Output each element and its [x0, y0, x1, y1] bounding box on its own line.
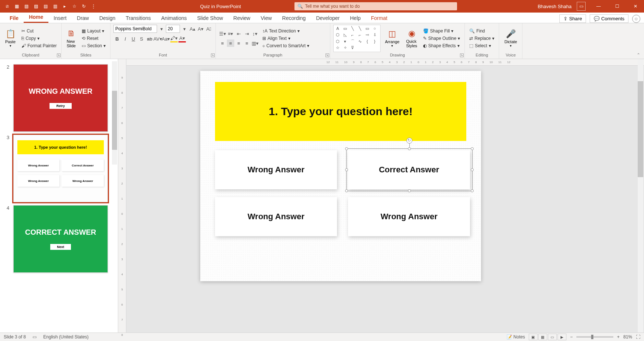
paragraph-dialog-launcher[interactable]: ⬊ — [326, 54, 329, 57]
align-left-button[interactable]: ≡ — [219, 39, 226, 47]
decrease-indent-button[interactable]: ⇤ — [235, 30, 242, 37]
format-painter-button[interactable]: 🖌Format Painter — [20, 42, 58, 49]
text-direction-button[interactable]: ↕AText Direction▾ — [261, 28, 311, 34]
clear-formatting-icon[interactable]: A⃠ — [205, 25, 212, 32]
slide-canvas[interactable]: 1. Type your question here! Wrong Answer… — [200, 71, 481, 281]
shape-effects-button[interactable]: ◐Shape Effects▾ — [422, 42, 461, 49]
new-slide-button[interactable]: 🗎 New Slide — [65, 25, 78, 52]
clipboard-dialog-launcher[interactable]: ⬊ — [57, 54, 61, 57]
slideshow-view-button[interactable]: ▶ — [558, 334, 566, 340]
shapes-gallery[interactable]: A▭╲╲▭○⬡ ◺⌐⌐⇨⇩⬡▾ ⌒∿{}☆✧⊽ — [333, 25, 381, 52]
qat-repeat-icon[interactable]: ↻ — [81, 3, 87, 10]
normal-view-button[interactable]: ▣ — [529, 334, 538, 340]
resize-handle[interactable] — [471, 189, 474, 192]
answer-shape-2[interactable]: Correct Answer — [348, 150, 470, 189]
feedback-icon[interactable]: ☺ — [632, 15, 640, 23]
font-name-input[interactable] — [113, 25, 157, 33]
slide-thumbnail-3[interactable]: 1. Type your question here! Wrong Answer… — [13, 135, 108, 202]
zoom-out-button[interactable]: − — [570, 334, 573, 340]
answer-shape-4[interactable]: Wrong Answer — [348, 197, 470, 236]
resize-handle[interactable] — [471, 147, 474, 150]
arrange-button[interactable]: ◫Arrange▾ — [383, 25, 402, 52]
tab-design[interactable]: Design — [94, 13, 121, 23]
resize-handle[interactable] — [471, 168, 474, 171]
fit-to-window-button[interactable]: ⛶ — [636, 334, 640, 340]
resize-handle[interactable] — [345, 168, 348, 171]
tab-draw[interactable]: Draw — [72, 13, 94, 23]
slide-thumbnail-2[interactable]: WRONG ANSWER Retry — [13, 64, 108, 132]
slide-counter[interactable]: Slide 3 of 8 — [4, 334, 26, 340]
qat-slideshow-icon[interactable]: ▤ — [42, 3, 49, 10]
section-button[interactable]: ▭Section▾ — [80, 42, 107, 49]
accessibility-icon[interactable]: ▭ — [33, 334, 37, 340]
bullets-button[interactable]: ☰▾ — [219, 30, 226, 37]
shadow-button[interactable]: S — [138, 35, 145, 42]
reading-view-button[interactable]: ▭ — [548, 334, 557, 340]
italic-button[interactable]: I — [122, 35, 129, 42]
shape-fill-button[interactable]: 🪣Shape Fill▾ — [422, 28, 461, 34]
tab-file[interactable]: File — [4, 13, 24, 23]
increase-font-icon[interactable]: A▴ — [189, 25, 196, 32]
notes-button[interactable]: 📝 Notes — [507, 334, 525, 340]
numbering-button[interactable]: ≡▾ — [227, 30, 234, 37]
strikethrough-button[interactable]: ab — [146, 35, 153, 42]
cut-button[interactable]: ✂Cut — [20, 28, 58, 34]
bold-button[interactable]: B — [113, 35, 121, 42]
qat-btn6-icon[interactable]: ▥ — [52, 3, 58, 10]
ribbon-display-options-icon[interactable]: ▭ — [577, 2, 586, 11]
tab-view[interactable]: View — [255, 13, 277, 23]
zoom-level[interactable]: 81% — [623, 334, 632, 340]
slide-thumbnail-4[interactable]: CORRECT ANSWER Next — [13, 205, 108, 273]
language-status[interactable]: English (United States) — [43, 334, 89, 340]
tab-animations[interactable]: Animations — [156, 13, 192, 23]
close-button[interactable]: ✕ — [627, 0, 644, 13]
copy-button[interactable]: ⎘Copy▾ — [20, 35, 58, 42]
slide-thumbnail-panel[interactable]: 2 WRONG ANSWER Retry 3 1. Type your ques… — [0, 59, 118, 333]
tab-format[interactable]: Format — [366, 13, 392, 23]
quick-styles-button[interactable]: ◉Quick Styles — [404, 25, 419, 52]
dictate-button[interactable]: 🎤Dictate▾ — [502, 25, 519, 52]
replace-button[interactable]: ⇄Replace▾ — [468, 35, 496, 42]
align-center-button[interactable]: ≡ — [227, 39, 234, 47]
columns-button[interactable]: ▥▾ — [251, 39, 259, 47]
qat-btn7-icon[interactable]: ▸ — [61, 3, 68, 10]
zoom-slider[interactable] — [576, 336, 613, 338]
select-button[interactable]: ⬚Select▾ — [468, 42, 496, 49]
tab-recording[interactable]: Recording — [277, 13, 311, 23]
resize-handle[interactable] — [408, 189, 411, 192]
tab-insert[interactable]: Insert — [48, 13, 72, 23]
highlight-button[interactable]: 🖍▾ — [170, 35, 178, 42]
question-shape[interactable]: 1. Type your question here! — [215, 82, 466, 141]
tab-home[interactable]: Home — [24, 12, 48, 23]
font-color-button[interactable]: A▾ — [178, 35, 186, 42]
char-spacing-button[interactable]: AV▾ — [154, 35, 161, 42]
collapse-ribbon-icon[interactable]: ⌃ — [637, 52, 642, 58]
increase-indent-button[interactable]: ⇥ — [243, 30, 251, 37]
user-name[interactable]: Bhavesh Shaha — [538, 4, 572, 9]
align-text-button[interactable]: ⊞Align Text▾ — [261, 35, 311, 42]
tab-review[interactable]: Review — [228, 13, 256, 23]
underline-button[interactable]: U — [130, 35, 137, 42]
qat-save-icon[interactable]: ▦ — [13, 3, 20, 10]
qat-undo-icon[interactable]: ▧ — [23, 3, 30, 10]
font-size-dropdown[interactable]: ▾ — [181, 25, 188, 32]
answer-shape-3[interactable]: Wrong Answer — [215, 197, 337, 236]
edit-scrollbar-handle[interactable] — [638, 81, 643, 177]
qat-touch-icon[interactable]: ☆ — [71, 3, 78, 10]
shape-outline-button[interactable]: ✎Shape Outline▾ — [422, 35, 461, 42]
qat-customize-icon[interactable]: ⋮ — [90, 3, 97, 10]
reset-button[interactable]: ⟲Reset — [80, 35, 107, 42]
find-button[interactable]: 🔍Find — [468, 28, 496, 34]
share-button[interactable]: ⇪Share — [559, 14, 586, 23]
smartart-button[interactable]: ⟐Convert to SmartArt▾ — [261, 42, 311, 49]
answer-shape-1[interactable]: Wrong Answer — [215, 150, 337, 189]
resize-handle[interactable] — [408, 147, 411, 150]
tab-help[interactable]: Help — [345, 13, 366, 23]
change-case-button[interactable]: Aa▾ — [162, 35, 170, 42]
font-size-input[interactable] — [166, 25, 180, 33]
thumb-scrollbar[interactable] — [112, 61, 117, 165]
font-dialog-launcher[interactable]: ⬊ — [211, 54, 215, 57]
zoom-in-button[interactable]: + — [617, 334, 620, 340]
align-right-button[interactable]: ≡ — [235, 39, 242, 47]
tell-me-search[interactable]: 🔍 Tell me what you want to do — [294, 2, 457, 10]
